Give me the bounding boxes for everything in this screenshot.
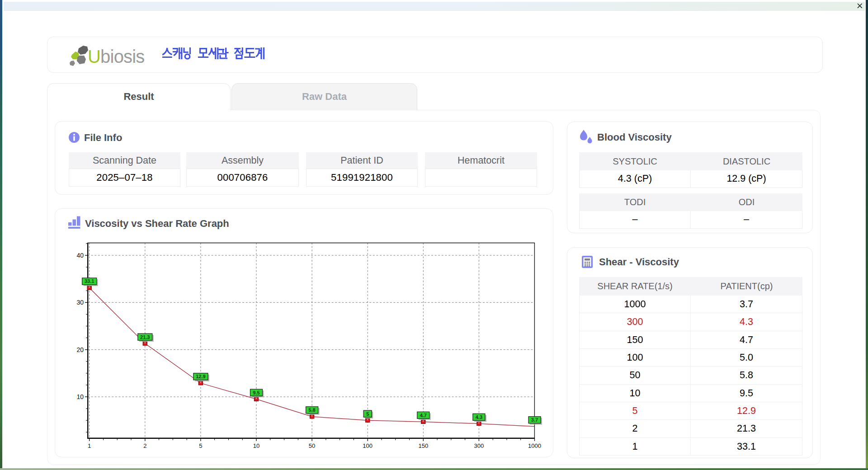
svg-text:10: 10 (76, 393, 84, 400)
svg-text:150: 150 (418, 442, 428, 449)
svg-text:4.3: 4.3 (476, 414, 482, 420)
svg-text:10: 10 (253, 442, 259, 449)
svg-text:3.7: 3.7 (531, 417, 538, 423)
svg-text:5: 5 (199, 442, 202, 449)
svg-text:300: 300 (474, 442, 484, 449)
svg-text:40: 40 (76, 252, 84, 259)
svg-text:1000: 1000 (528, 442, 541, 449)
svg-text:12.9: 12.9 (196, 374, 205, 379)
svg-text:5.8: 5.8 (308, 407, 315, 413)
svg-text:20: 20 (76, 346, 84, 353)
svg-text:5: 5 (366, 411, 369, 417)
svg-text:9.5: 9.5 (253, 390, 259, 395)
svg-text:2: 2 (143, 442, 146, 449)
svg-text:33.1: 33.1 (85, 278, 94, 284)
svg-text:30: 30 (76, 299, 84, 306)
svg-text:1: 1 (88, 442, 91, 449)
svg-text:Ubiosis: Ubiosis (88, 47, 145, 66)
svg-text:21.3: 21.3 (140, 334, 150, 340)
svg-text:50: 50 (309, 442, 315, 449)
svg-text:100: 100 (363, 442, 373, 449)
svg-text:4.7: 4.7 (420, 413, 427, 418)
